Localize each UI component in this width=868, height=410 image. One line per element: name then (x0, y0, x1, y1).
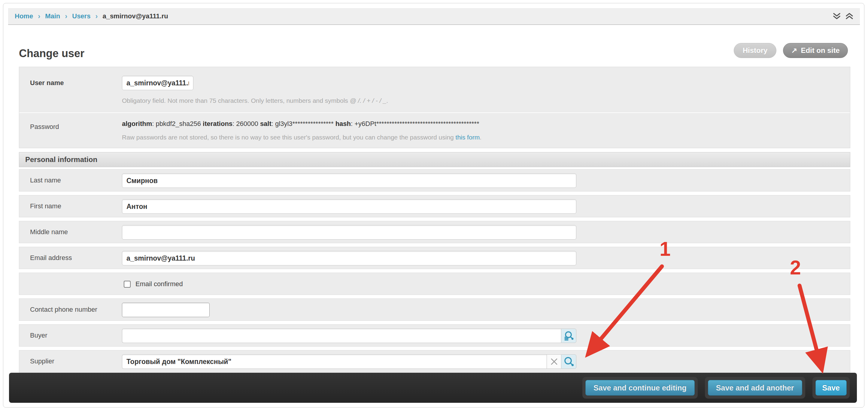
save-and-continue-button[interactable]: Save and continue editing (585, 380, 695, 396)
admin-window: Home › Main › Users › a_smirnov@ya111.ru… (3, 3, 864, 408)
password-hash-display: algorithm: pbkdf2_sha256 iterations: 260… (122, 120, 479, 128)
email-input[interactable] (122, 251, 576, 265)
breadcrumb-current-user: a_smirnov@ya111.ru (102, 12, 168, 20)
password-help: Raw passwords are not stored, so there i… (122, 134, 482, 141)
email-label: Email address (30, 254, 72, 262)
buyer-label: Buyer (30, 331, 47, 339)
first-name-label: First name (30, 202, 61, 210)
supplier-clear-button[interactable] (547, 354, 561, 369)
buyer-lookup-button[interactable] (561, 328, 576, 343)
expand-all-icon[interactable] (845, 12, 853, 20)
field-row-middle-name: Middle name (19, 221, 850, 243)
search-list-icon (564, 331, 574, 341)
breadcrumb-home[interactable]: Home (15, 12, 33, 20)
save-and-add-another-button[interactable]: Save and add another (708, 380, 802, 396)
breadcrumb-main[interactable]: Main (45, 12, 60, 20)
collapse-all-icon[interactable] (833, 12, 841, 20)
email-confirmed-checkbox[interactable] (124, 281, 131, 288)
middle-name-input[interactable] (122, 225, 576, 240)
buyer-lookup-group (122, 328, 576, 343)
last-name-label: Last name (30, 176, 61, 184)
breadcrumb-separator: › (38, 13, 40, 20)
save-bar: Save and continue editing Save and add a… (9, 373, 857, 403)
username-label: User name (30, 79, 64, 87)
field-row-last-name: Last name (19, 169, 850, 192)
supplier-lookup-group (122, 354, 576, 369)
header-actions: History ↗ Edit on site (734, 43, 848, 58)
page-title: Change user (19, 47, 84, 60)
supplier-lookup-button[interactable] (561, 354, 576, 369)
phone-label: Contact phone number (30, 306, 97, 314)
breadcrumb: Home › Main › Users › a_smirnov@ya111.ru (8, 8, 860, 25)
supplier-label: Supplier (30, 357, 54, 365)
field-row-buyer: Buyer (19, 324, 850, 347)
buyer-input[interactable] (122, 328, 561, 343)
breadcrumb-separator: › (95, 13, 98, 20)
change-password-form-link[interactable]: this form (456, 134, 480, 141)
username-help: Obligatory field. Not more than 75 chara… (122, 97, 389, 104)
password-label: Password (30, 123, 59, 131)
history-button[interactable]: History (734, 43, 776, 58)
phone-input[interactable] (122, 303, 210, 317)
field-row-email: Email address (19, 247, 850, 269)
breadcrumb-separator: › (65, 13, 67, 20)
screenshot-root: Home › Main › Users › a_smirnov@ya111.ru… (0, 0, 868, 410)
supplier-input[interactable] (122, 354, 547, 369)
field-row-email-confirmed: Email confirmed (19, 273, 850, 295)
edit-on-site-button[interactable]: ↗ Edit on site (783, 43, 848, 58)
email-confirmed-label: Email confirmed (135, 280, 183, 288)
fieldset-account: User name Obligatory field. Not more tha… (19, 67, 850, 148)
clear-icon (550, 358, 558, 365)
edit-on-site-label: Edit on site (801, 46, 839, 55)
field-row-first-name: First name (19, 195, 850, 217)
field-row-phone: Contact phone number (19, 298, 850, 321)
field-row-supplier: Supplier (19, 350, 850, 373)
last-name-input[interactable] (122, 173, 576, 188)
external-link-icon: ↗ (791, 46, 797, 55)
save-button[interactable]: Save (815, 380, 847, 396)
username-input[interactable] (122, 76, 193, 90)
middle-name-label: Middle name (30, 228, 68, 236)
row-divider (19, 112, 850, 113)
search-icon (564, 356, 574, 367)
section-personal-information: Personal information (19, 152, 850, 167)
first-name-input[interactable] (122, 199, 576, 214)
breadcrumb-users[interactable]: Users (72, 12, 90, 20)
